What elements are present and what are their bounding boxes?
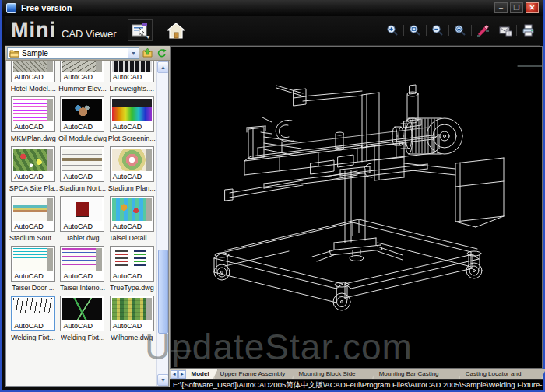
file-name: SPCA Site Pla... [9,184,58,192]
dropdown-caret-icon: ▼ [146,34,151,40]
tab-scroll-left-button[interactable]: ◄ [171,370,178,379]
file-name: Taisei Interio... [60,284,105,292]
file-thumbnail[interactable]: AutoCAD [110,296,154,331]
tab-scroll-right-button[interactable]: ► [178,370,185,379]
folder-select[interactable]: Sample ▼ [7,47,139,59]
thumbnail-type: AutoCAD [13,320,53,330]
file-thumbnail[interactable]: AutoCAD [110,246,154,282]
thumbnail-type: AutoCAD [112,72,152,81]
thumbnail-image [13,298,53,320]
main-toolbar: Mini CAD Viewer ▼ [5,16,540,46]
titlebar: Free version – ❐ ✕ [2,0,543,16]
refresh-button[interactable] [156,47,167,59]
window-title: Free version [21,3,72,12]
logo-cad-viewer: CAD Viewer [62,28,117,40]
file-thumbnail-selected[interactable]: AutoCAD [11,296,55,331]
file-thumbnail[interactable]: AutoCAD [11,146,55,182]
file-name: Hotel Model.... [11,85,56,93]
maximize-button[interactable]: ❐ [510,2,523,13]
scrollbar-thumb[interactable] [158,250,168,334]
file-thumbnail[interactable]: AutoCAD [110,146,154,182]
thumbnail-image [112,248,152,271]
file-thumbnail[interactable]: AutoCAD [60,296,104,331]
statusbar-path: E:\[Software_Used]\AutoCAD2005简体中文版\ACAD… [170,379,543,390]
folder-select-value: Sample [22,49,48,58]
file-name: Stadium Plan... [108,184,156,192]
file-thumbnail[interactable]: AutoCAD [11,61,55,82]
thumbnail-type: AutoCAD [112,121,152,131]
minimize-button[interactable]: – [494,2,508,13]
file-thumbnail[interactable]: AutoCAD [11,96,55,132]
scroll-down-button[interactable]: ▼ [157,374,169,386]
file-name: Stadium Nort... [59,184,106,192]
home-button[interactable] [164,19,188,41]
tab-model[interactable]: Model [186,369,218,379]
file-thumbnail[interactable]: AutoCAD [60,246,104,282]
layout-tabbar: ◄ ► Model Upper Frame Assembly 3D Mounti… [170,369,543,379]
file-thumbnail[interactable]: AutoCAD [60,61,104,82]
thumbnail-image [112,198,152,221]
file-name: Plot Screenin... [108,135,156,142]
thumbnail-type: AutoCAD [62,72,102,81]
thumbnail-type: AutoCAD [13,271,53,280]
thumbnail-image [112,149,152,171]
thumbnail-image [62,61,102,72]
file-thumbnail[interactable]: AutoCAD [60,196,104,232]
tab-casting-locator-and-support[interactable]: Casting Locator and Support [460,369,545,379]
up-folder-button[interactable] [142,47,153,59]
thumbnail-type: AutoCAD [112,271,152,280]
thumbnail-image [13,61,53,72]
file-thumbnail[interactable]: AutoCAD [110,196,154,232]
home-icon [167,23,185,39]
watermark-underline [170,352,543,352]
file-thumbnail[interactable]: AutoCAD [60,146,104,182]
logo-mini: Mini [11,19,56,43]
thumbnail-grid: AutoCADHotel Model.... AutoCADHummer Ele… [6,61,156,386]
sidebar-scrollbar[interactable]: ▲ ▼ [156,61,168,386]
scroll-up-button[interactable]: ▲ [157,61,169,73]
thumbnail-image [62,99,102,121]
email-icon [499,24,512,37]
thumbnail-image [62,248,102,271]
file-name: Hummer Elev... [58,85,106,93]
thumbnail-type: AutoCAD [62,221,102,230]
file-name: Tablet.dwg [65,234,99,242]
folder-select-arrow[interactable]: ▼ [128,48,139,58]
thumbnail-image [13,149,53,171]
app-window: Free version – ❐ ✕ Mini CAD Viewer ▼ [0,0,545,392]
print-preview-button[interactable]: ▼ [128,19,153,41]
pan-icon [476,24,490,37]
tab-mounting-bar-casting-support[interactable]: Mounting Bar Casting Support [374,369,463,379]
zoom-out-button[interactable] [430,23,445,37]
file-thumbnail[interactable]: AutoCAD [110,61,154,82]
file-name: Oil Module.dwg [58,135,107,142]
zoom-in-button[interactable] [385,23,400,37]
file-name: Wilhome.dwg [111,334,153,341]
file-thumbnail[interactable]: AutoCAD [110,96,154,132]
email-button[interactable] [498,23,513,37]
zoom-all-icon [454,24,466,37]
thumbnail-type: AutoCAD [112,171,152,180]
tab-upper-frame-assembly-3d[interactable]: Upper Frame Assembly 3D [215,369,297,379]
drawing-canvas[interactable] [170,46,543,369]
view-toolbar [385,23,536,37]
print-icon [522,24,535,37]
thumbnail-image [62,149,102,171]
tab-mounting-block-side-clamp[interactable]: Mounting Block Side Clamp [294,369,377,379]
zoom-window-button[interactable] [407,23,423,37]
file-name: Stadium Sout... [9,234,58,242]
file-thumbnail[interactable]: AutoCAD [11,246,55,282]
pan-button[interactable] [475,23,490,37]
thumbnail-image [13,198,53,221]
thumbnail-type: AutoCAD [112,320,152,330]
file-name: MKMPlan.dwg [11,135,56,142]
thumbnail-type: AutoCAD [13,72,53,81]
close-button[interactable]: ✕ [526,2,539,13]
thumbnail-type: AutoCAD [62,171,102,180]
file-thumbnail[interactable]: AutoCAD [11,196,55,232]
thumbnail-image [13,248,53,271]
print-button[interactable] [520,23,536,37]
file-thumbnail[interactable]: AutoCAD [60,96,104,132]
refresh-icon [156,48,167,58]
zoom-all-button[interactable] [452,23,468,37]
